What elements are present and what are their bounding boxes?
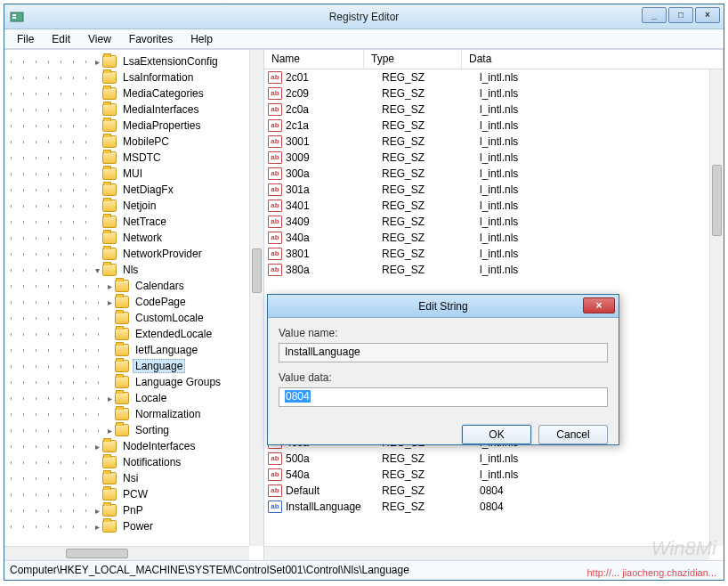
tree-item[interactable]: MediaCategories	[4, 85, 249, 102]
tree-view[interactable]: ▸LsaExtensionConfigLsaInformationMediaCa…	[4, 50, 249, 546]
tree-scrollbar-vertical[interactable]	[249, 50, 263, 546]
tree-item[interactable]: NetTrace	[4, 214, 249, 230]
tree-item[interactable]: ExtendedLocale	[4, 326, 249, 342]
cell-data: l_intl.nls	[480, 199, 709, 212]
expander-icon[interactable]: ▸	[104, 394, 115, 403]
list-row[interactable]: ab3009REG_SZl_intl.nls	[264, 150, 709, 166]
list-row[interactable]: ab2c1aREG_SZl_intl.nls	[264, 118, 709, 134]
cell-name: 2c09	[286, 87, 382, 100]
tree-item[interactable]: ▸Locale	[4, 390, 249, 406]
tree-item[interactable]: ▸LsaExtensionConfig	[4, 53, 249, 69]
folder-icon	[115, 312, 129, 324]
tree-item[interactable]: ▸Calendars	[4, 278, 249, 294]
ok-button[interactable]: OK	[462, 425, 531, 444]
folder-icon	[102, 248, 117, 260]
tree-pane: ▸LsaExtensionConfigLsaInformationMediaCa…	[4, 50, 264, 560]
expander-icon[interactable]: ▸	[104, 426, 115, 435]
list-row[interactable]: ab301aREG_SZl_intl.nls	[264, 182, 709, 198]
svg-rect-1	[12, 14, 16, 16]
tree-item[interactable]: ▸PnP	[4, 502, 249, 518]
folder-icon	[102, 504, 117, 517]
tree-item[interactable]: LsaInformation	[4, 69, 249, 85]
expander-icon[interactable]: ▾	[92, 265, 102, 275]
tree-item[interactable]: MSDTC	[4, 150, 249, 166]
tree-scrollbar-horizontal[interactable]	[4, 546, 249, 560]
expander-icon[interactable]: ▸	[92, 57, 102, 67]
tree-item[interactable]: MediaInterfaces	[4, 102, 249, 118]
menu-view[interactable]: View	[81, 31, 118, 47]
expander-icon[interactable]: ▸	[92, 442, 102, 452]
tree-item[interactable]: Normalization	[4, 406, 249, 422]
expander-icon[interactable]: ▸	[92, 506, 102, 516]
tree-item[interactable]: Netjoin	[4, 198, 249, 214]
menu-edit[interactable]: Edit	[44, 31, 77, 47]
tree-item[interactable]: ▾Nls	[4, 262, 249, 278]
tree-item-label: CustomLocale	[133, 312, 206, 324]
cell-type: REG_SZ	[382, 119, 480, 132]
cell-data: l_intl.nls	[480, 232, 709, 244]
expander-icon[interactable]: ▸	[104, 281, 115, 291]
tree-item[interactable]: ▸Power	[4, 518, 249, 534]
list-row[interactable]: ab2c0aREG_SZl_intl.nls	[264, 102, 709, 118]
list-row[interactable]: ab2c01REG_SZl_intl.nls	[264, 69, 709, 85]
dialog-titlebar[interactable]: Edit String ×	[268, 295, 619, 318]
column-type[interactable]: Type	[364, 50, 462, 69]
tree-item[interactable]: MobilePC	[4, 134, 249, 150]
tree-item[interactable]: ▸Sorting	[4, 422, 249, 438]
tree-item[interactable]: MediaProperties	[4, 118, 249, 134]
list-row[interactable]: ab3801REG_SZl_intl.nls	[264, 246, 709, 262]
cell-type: REG_SZ	[382, 248, 480, 260]
list-row[interactable]: ab380aREG_SZl_intl.nls	[264, 262, 709, 278]
list-row[interactable]: ab540aREG_SZl_intl.nls	[264, 467, 709, 483]
value-data-field[interactable]: 0804	[279, 387, 608, 407]
string-value-icon: ab	[268, 452, 282, 465]
tree-item[interactable]: NetDiagFx	[4, 182, 249, 198]
list-row[interactable]: abInstallLanguageREG_SZ0804	[264, 499, 709, 515]
cell-data: l_intl.nls	[480, 103, 709, 116]
menu-favorites[interactable]: Favorites	[122, 31, 180, 47]
menu-file[interactable]: File	[10, 31, 41, 47]
tree-item-label: Sorting	[133, 424, 172, 436]
scrollbar-thumb[interactable]	[712, 165, 722, 236]
list-row[interactable]: ab3409REG_SZl_intl.nls	[264, 214, 709, 230]
scrollbar-thumb[interactable]	[66, 549, 128, 558]
tree-item[interactable]: Network	[4, 230, 249, 246]
expander-icon[interactable]: ▸	[92, 522, 102, 532]
tree-item[interactable]: Nsi	[4, 470, 249, 486]
string-value-icon: ab	[268, 119, 282, 132]
tree-item[interactable]: PCW	[4, 486, 249, 502]
expander-icon[interactable]: ▸	[104, 297, 115, 307]
list-scrollbar-horizontal[interactable]	[264, 546, 709, 560]
tree-item[interactable]: MUI	[4, 166, 249, 182]
list-row[interactable]: ab300aREG_SZl_intl.nls	[264, 166, 709, 182]
tree-item[interactable]: Language Groups	[4, 374, 249, 390]
list-row[interactable]: ab2c09REG_SZl_intl.nls	[264, 85, 709, 102]
tree-item[interactable]: IetfLanguage	[4, 342, 249, 358]
list-row[interactable]: ab340aREG_SZl_intl.nls	[264, 230, 709, 246]
tree-item[interactable]: Language	[4, 358, 249, 374]
list-row[interactable]: ab3401REG_SZl_intl.nls	[264, 198, 709, 214]
menu-help[interactable]: Help	[183, 31, 220, 47]
dialog-close-button[interactable]: ×	[583, 297, 615, 313]
cancel-button[interactable]: Cancel	[538, 425, 608, 444]
minimize-button[interactable]: _	[642, 7, 667, 23]
scrollbar-thumb[interactable]	[252, 248, 262, 293]
column-data[interactable]: Data	[462, 50, 724, 69]
tree-item[interactable]: CustomLocale	[4, 310, 249, 326]
maximize-button[interactable]: □	[668, 7, 693, 23]
tree-item[interactable]: ▸NodeInterfaces	[4, 438, 249, 454]
tree-item[interactable]: Notifications	[4, 454, 249, 470]
column-name[interactable]: Name	[264, 50, 364, 69]
list-scrollbar-vertical[interactable]	[709, 69, 724, 546]
close-button[interactable]: ×	[695, 7, 720, 23]
list-row[interactable]: abDefaultREG_SZ0804	[264, 483, 709, 499]
list-header: Name Type Data	[264, 50, 724, 69]
tree-item-label: MSDTC	[120, 151, 164, 164]
cell-name: 2c1a	[286, 119, 382, 132]
folder-icon	[102, 135, 117, 148]
tree-item[interactable]: ▸CodePage	[4, 294, 249, 310]
string-value-icon: ab	[268, 468, 282, 481]
titlebar[interactable]: Registry Editor _ □ ×	[4, 4, 724, 29]
list-row[interactable]: ab3001REG_SZl_intl.nls	[264, 134, 709, 150]
tree-item[interactable]: NetworkProvider	[4, 246, 249, 262]
